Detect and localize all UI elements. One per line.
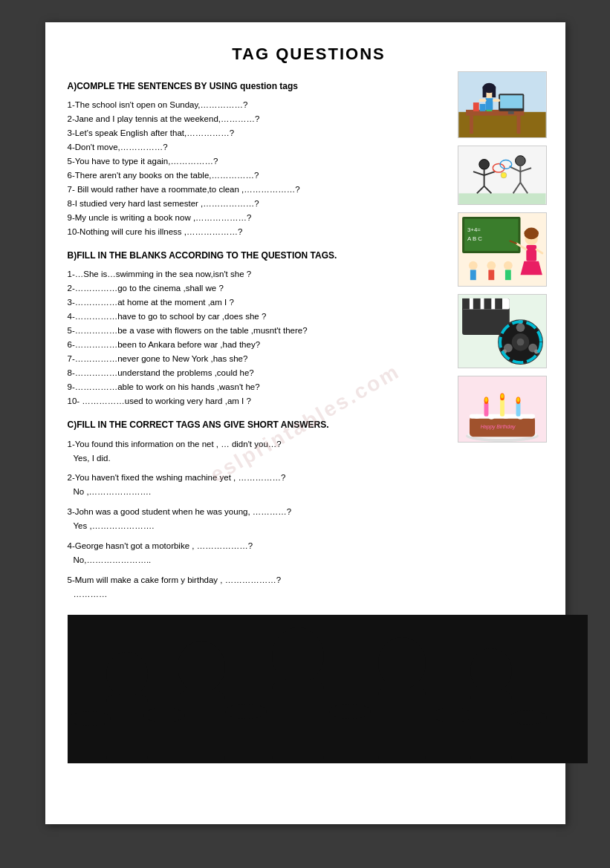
svg-point-108: [69, 711, 111, 726]
images-column: 3+4= A B C: [454, 71, 551, 607]
svg-point-53: [503, 261, 512, 270]
svg-rect-97: [178, 691, 225, 763]
svg-rect-44: [526, 245, 536, 261]
question-b: 2-……………go to the cinema ,shall we ?: [68, 281, 447, 296]
question-c-item: 2-You haven't fixed the wshing machine y…: [68, 471, 447, 499]
question-b: 6-……………been to Ankara before war ,had th…: [68, 338, 447, 352]
svg-point-78: [488, 415, 494, 420]
svg-point-109: [143, 708, 185, 722]
svg-point-28: [515, 156, 525, 166]
svg-rect-59: [473, 298, 480, 310]
question-b: 8-……………understand the problems ,could he…: [68, 366, 447, 380]
svg-point-111: [329, 704, 371, 719]
svg-rect-9: [500, 95, 522, 108]
svg-rect-95: [121, 694, 133, 702]
svg-point-51: [487, 261, 496, 270]
svg-rect-101: [285, 680, 302, 689]
svg-point-90: [501, 394, 504, 398]
question-a: 8-I studied very hard last semester ,…………: [68, 197, 447, 211]
svg-rect-85: [516, 402, 520, 417]
svg-point-105: [470, 648, 512, 693]
svg-rect-13: [482, 87, 486, 98]
svg-rect-10: [507, 111, 513, 114]
question-c-item: 5-Mum will make a cake form y birthday ,…: [68, 573, 447, 601]
svg-point-49: [468, 261, 477, 270]
svg-line-35: [509, 166, 511, 166]
svg-rect-103: [378, 688, 426, 763]
section-c-header: C)FILL IN THE CORRECT TAGS ANS GIVE SHOR…: [68, 417, 447, 432]
svg-rect-60: [484, 298, 491, 310]
question-a: 5-You have to type it again,……………?: [68, 154, 447, 169]
svg-point-36: [501, 172, 507, 178]
svg-rect-84: [500, 398, 504, 416]
question-b: 10- ……………used to working very hard ,am I…: [68, 394, 447, 408]
question-b: 9-……………able to work on his hands ,wasn't…: [68, 380, 447, 394]
image-anime-girl: [458, 71, 547, 138]
image-teacher: 3+4= A B C: [458, 212, 547, 287]
svg-rect-50: [470, 270, 476, 280]
svg-rect-94: [106, 695, 148, 763]
worksheet-page: eslprintables.com TAG QUESTIONS A)COMPLE…: [45, 22, 565, 824]
svg-rect-19: [458, 193, 545, 204]
svg-rect-104: [390, 685, 405, 694]
question-c: 1-You found this information on the net …: [68, 437, 447, 451]
question-a: 10-Nothing will cure his illness ,…………………: [68, 225, 447, 239]
svg-point-20: [478, 160, 489, 170]
svg-point-91: [516, 397, 519, 402]
question-c: 2-You haven't fixed the wshing machine y…: [68, 471, 447, 485]
section-a-header: A)COMPLE THE SENTENCES BY USING question…: [68, 79, 447, 94]
question-a: 9-My uncle is writing a book now ,…………………: [68, 211, 447, 225]
svg-point-102: [378, 637, 426, 689]
page-title: TAG QUESTIONS: [68, 45, 551, 64]
question-c-item: 1-You found this information on the net …: [68, 437, 447, 466]
question-c: 5-Mum will make a cake form y birthday ,…: [68, 573, 447, 587]
main-content: A)COMPLE THE SENTENCES BY USING question…: [68, 71, 447, 607]
svg-point-110: [225, 704, 267, 719]
question-a: 4-Don't move,……………?: [68, 140, 447, 154]
svg-rect-15: [485, 98, 493, 110]
svg-text:A B C: A B C: [467, 235, 481, 242]
section-b-header: B)FILL IN THE BLANKS ACCORDING TO THE QU…: [68, 248, 447, 263]
answer-c: Yes ,………………….: [68, 519, 447, 533]
svg-rect-54: [504, 270, 510, 280]
svg-point-77: [473, 414, 480, 419]
question-c: 3-John was a good student when he was yo…: [68, 505, 447, 519]
question-a: 3-Let's speak English after that,……………?: [68, 126, 447, 140]
svg-point-65: [516, 323, 525, 332]
svg-rect-14: [492, 87, 496, 98]
svg-rect-83: [484, 402, 488, 417]
svg-rect-98: [189, 689, 204, 698]
svg-point-43: [524, 228, 539, 240]
question-b: 1-…She is…swimming in the sea now,isn't …: [68, 267, 447, 281]
svg-rect-58: [462, 298, 470, 310]
question-b: 5-……………be a vase with flowers on the tab…: [68, 324, 447, 338]
svg-rect-5: [473, 102, 478, 111]
svg-marker-45: [520, 261, 542, 275]
svg-rect-4: [516, 116, 520, 134]
svg-point-96: [178, 641, 225, 693]
svg-point-81: [528, 414, 534, 419]
question-b: 7-……………never gone to New York ,has she?: [68, 352, 447, 366]
svg-point-99: [272, 627, 324, 684]
svg-rect-107: [482, 689, 494, 698]
answer-c: No,…………………..: [68, 553, 447, 567]
svg-point-64: [516, 339, 524, 346]
svg-point-89: [484, 397, 487, 402]
image-filmreel: [458, 294, 547, 368]
question-a: 2-Jane and I play tennis at the weekend,…: [68, 112, 447, 126]
svg-rect-6: [479, 104, 485, 111]
question-a: 1-The school isn't open on Sunday,……………?: [68, 98, 447, 112]
svg-rect-17: [493, 99, 500, 102]
question-c-item: 4-George hasn't got a motorbike , …………………: [68, 539, 447, 567]
section-a-questions: 1-The school isn't open on Sunday,……………?…: [68, 98, 447, 239]
question-a: 7- Bill would rather have a roommate,to …: [68, 183, 447, 197]
question-a: 6-There aren't any books on the table,………: [68, 169, 447, 183]
content-area: A)COMPLE THE SENTENCES BY USING question…: [68, 71, 551, 607]
svg-point-93: [106, 652, 148, 696]
image-birthday-cake: Happy Birthday: [458, 376, 547, 443]
answer-c: …………: [68, 587, 447, 601]
svg-point-112: [432, 708, 473, 722]
bottom-silhouettes: [68, 615, 588, 763]
answer-c: No ,………………….: [68, 485, 447, 499]
svg-rect-100: [272, 682, 324, 763]
